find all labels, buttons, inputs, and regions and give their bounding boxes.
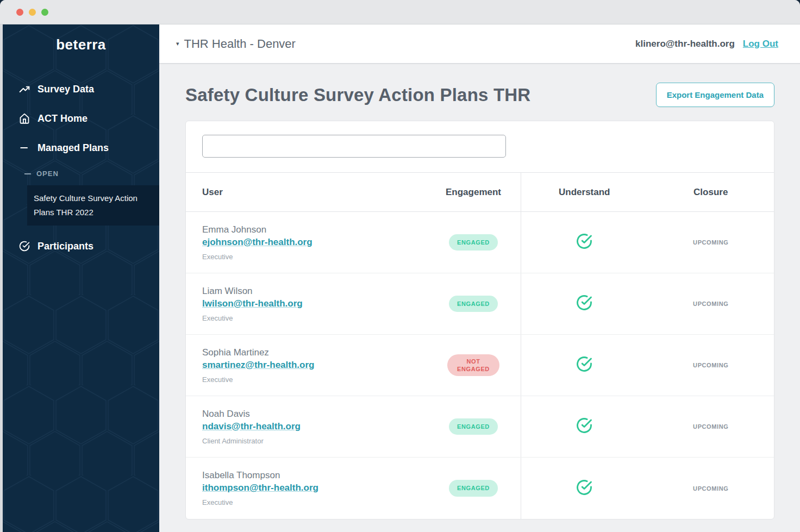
user-role: Client Administrator <box>202 437 433 445</box>
user-role: Executive <box>202 375 433 384</box>
column-header-understand: Understand <box>521 187 648 198</box>
sidebar-item-label: Participants <box>38 241 93 252</box>
user-role: Executive <box>202 314 433 322</box>
engagement-status-badge: ENGAGED <box>449 418 498 435</box>
check-circle-icon <box>521 356 648 374</box>
user-email-link[interactable]: ithompson@thr-health.org <box>202 483 318 493</box>
app-window: beterra Survey Data <box>0 0 800 532</box>
content-area: ▾ THR Health - Denver klinero@thr-health… <box>159 24 800 532</box>
app-body: beterra Survey Data <box>0 24 800 532</box>
sidebar-section-label: OPEN <box>36 170 59 178</box>
page-title: Safety Culture Survey Action Plans THR <box>185 85 530 105</box>
user-email: klinero@thr-health.org <box>635 39 735 49</box>
sidebar-item-survey-data[interactable]: Survey Data <box>3 82 159 97</box>
closure-status: UPCOMING <box>648 362 774 368</box>
trend-up-icon <box>19 84 30 95</box>
dash-icon <box>24 173 31 174</box>
main-panel: Safety Culture Survey Action Plans THR E… <box>159 64 800 532</box>
user-email-link[interactable]: ejohnson@thr-health.org <box>202 237 312 248</box>
user-email-link[interactable]: smartinez@thr-health.org <box>202 360 314 371</box>
home-icon <box>19 113 30 124</box>
user-name: Noah Davis <box>202 409 433 420</box>
user-name: Liam Wilson <box>202 286 433 297</box>
closure-status: UPCOMING <box>648 239 774 246</box>
close-window-button[interactable] <box>16 9 23 16</box>
check-circle-icon <box>521 417 648 436</box>
table-row: Liam Wilson lwilson@thr-health.org Execu… <box>186 273 774 335</box>
table-row: Sophia Martinez smartinez@thr-health.org… <box>186 335 774 396</box>
sidebar-item-label: Managed Plans <box>38 142 109 154</box>
user-role: Executive <box>202 498 433 506</box>
table-row: Isabella Thompson ithompson@thr-health.o… <box>186 458 774 519</box>
dash-icon <box>19 142 30 153</box>
column-header-closure: Closure <box>648 187 774 198</box>
column-header-user: User <box>202 187 433 198</box>
user-name: Emma Johnson <box>202 224 433 235</box>
closure-status: UPCOMING <box>648 301 774 307</box>
table-row: Noah Davis ndavis@thr-health.org Client … <box>186 396 774 458</box>
sidebar-section-open[interactable]: OPEN <box>3 170 159 178</box>
org-selector-label: THR Health - Denver <box>184 37 296 51</box>
table-row: Emma Johnson ejohnson@thr-health.org Exe… <box>186 212 774 273</box>
user-name: Isabella Thompson <box>202 470 433 481</box>
minimize-window-button[interactable] <box>29 9 36 16</box>
participants-table-card: User Engagement Understand Closure Emma … <box>185 121 774 520</box>
column-header-engagement: Engagement <box>433 187 514 198</box>
sidebar-item-active-plan[interactable]: Safety Culture Survey Action Plans THR 2… <box>27 185 159 226</box>
user-email-link[interactable]: lwilson@thr-health.org <box>202 298 303 309</box>
closure-status: UPCOMING <box>648 485 774 492</box>
logout-link[interactable]: Log Out <box>743 39 778 49</box>
closure-status: UPCOMING <box>648 423 774 430</box>
check-circle-icon <box>521 295 648 313</box>
user-email-link[interactable]: ndavis@thr-health.org <box>202 421 301 432</box>
engagement-status-badge: NOT ENGAGED <box>447 354 499 377</box>
check-circle-icon <box>521 479 648 498</box>
topbar: ▾ THR Health - Denver klinero@thr-health… <box>159 24 800 64</box>
sidebar-item-label: ACT Home <box>38 113 88 124</box>
check-circle-icon <box>19 241 30 252</box>
user-role: Executive <box>202 253 433 261</box>
sidebar-item-participants[interactable]: Participants <box>3 239 159 254</box>
engagement-status-badge: ENGAGED <box>449 480 498 496</box>
org-selector-dropdown[interactable]: ▾ THR Health - Denver <box>176 37 296 51</box>
sidebar-item-label: Survey Data <box>38 84 94 95</box>
table-header-row: User Engagement Understand Closure <box>186 172 774 212</box>
engagement-status-badge: ENGAGED <box>449 234 498 251</box>
beterra-logo: beterra <box>3 36 159 53</box>
zoom-window-button[interactable] <box>41 9 48 16</box>
export-engagement-data-button[interactable]: Export Engagement Data <box>656 83 774 107</box>
user-name: Sophia Martinez <box>202 347 433 358</box>
sidebar: beterra Survey Data <box>3 24 159 532</box>
chevron-down-icon: ▾ <box>176 40 179 47</box>
search-input[interactable] <box>202 135 506 158</box>
sidebar-item-act-home[interactable]: ACT Home <box>3 111 159 126</box>
window-titlebar <box>0 0 800 24</box>
check-circle-icon <box>521 233 648 252</box>
sidebar-item-managed-plans[interactable]: Managed Plans <box>3 140 159 155</box>
engagement-status-badge: ENGAGED <box>449 296 498 312</box>
